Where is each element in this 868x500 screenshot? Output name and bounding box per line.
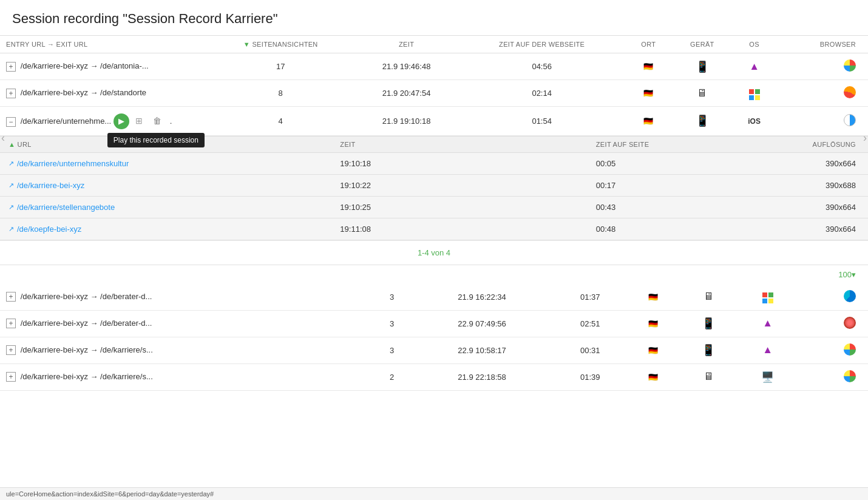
col-zeit[interactable]: ZEIT (354, 36, 458, 53)
browser-cell (797, 284, 868, 311)
os-cell: 🖥️ (739, 363, 797, 390)
entry-exit-url: /de/karriere-bei-xyz → /de/karriere/s... (21, 372, 153, 381)
sub-url-link[interactable]: ↗ /de/koepfe-bei-xyz (8, 225, 210, 234)
scroll-left-arrow[interactable]: ‹ (1, 132, 5, 144)
seitenansichten-cell: 3 (373, 284, 412, 311)
geraet-cell: 📱 (679, 337, 738, 363)
sub-url-cell: ↗ /de/koepfe-bei-xyz (0, 218, 219, 240)
sub-url-cell: ↗ /de/karriere-bei-xyz (0, 174, 219, 196)
entry-exit-url: /de/karriere-bei-xyz → /de/standorte (21, 88, 146, 97)
ort-cell: 🇩🇪 (628, 363, 679, 390)
col-entry-exit[interactable]: ENTRY URL → EXIT URL (0, 36, 206, 53)
table-row: + /de/karriere-bei-xyz → /de/antonia-...… (0, 53, 868, 80)
row-expander[interactable]: + (6, 319, 16, 328)
zeit-cell: 22.9 10:58:17 (411, 337, 552, 363)
flag-icon: 🇩🇪 (643, 62, 653, 71)
entry-exit-url: /de/karriere-bei-xyz → /de/karriere/s... (21, 345, 153, 354)
sub-zeit-cell: 19:10:25 (219, 196, 474, 218)
scroll-right-arrow[interactable]: › (863, 132, 867, 144)
row-expander[interactable]: + (6, 372, 16, 382)
row-expander[interactable]: + (6, 345, 16, 355)
pagination-text: 1-4 von 4 (418, 248, 450, 257)
ort-cell: 🇩🇪 (628, 310, 679, 337)
entry-exit-cell: + /de/karriere-bei-xyz → /de/karriere/s.… (0, 337, 373, 363)
flag-icon: 🇩🇪 (643, 89, 653, 98)
sub-col-zeit[interactable]: ZEIT (219, 136, 474, 152)
browser-cell (775, 53, 868, 80)
table-row: + /de/karriere-bei-xyz → /de/standorte 8… (0, 80, 868, 107)
entry-exit-cell: + /de/karriere-bei-xyz → /de/antonia-... (0, 53, 206, 80)
opera-icon (844, 317, 856, 329)
sub-url-link[interactable]: ↗ /de/karriere/unternehmenskultur (8, 159, 210, 168)
table-row: − /de/karriere/unternehme... ▶ Play this… (0, 107, 868, 136)
sub-url-link[interactable]: ↗ /de/karriere/stellenangebote (8, 203, 210, 212)
row-expander[interactable]: + (6, 62, 16, 72)
sub-table-row: ↗ /de/karriere-bei-xyz 19:10:22 00:17 39… (0, 174, 868, 196)
table-row: + /de/karriere-bei-xyz → /de/berater-d..… (0, 284, 868, 311)
sub-col-aufloesung[interactable]: AUFLÖSUNG (766, 136, 868, 152)
play-session-button[interactable]: ▶ Play this recorded session (114, 113, 129, 129)
page-title: Session recording "Session Record Karrie… (0, 0, 868, 35)
flag-icon: 🇩🇪 (648, 373, 658, 382)
os-cell: iOS (733, 107, 776, 136)
row-expander[interactable]: + (6, 89, 16, 98)
zeit-webseite-cell: 01:37 (553, 284, 628, 311)
windows-icon (749, 87, 760, 96)
zeit-cell: 21.9 19:10:18 (354, 107, 458, 136)
zeit-webseite-cell: 02:14 (458, 80, 626, 107)
per-page-label[interactable]: 100▾ (838, 270, 856, 279)
copy-session-button[interactable]: ⊞ (131, 113, 147, 129)
delete-session-button[interactable]: 🗑 (149, 113, 165, 129)
zeit-webseite-cell: 04:56 (458, 53, 626, 80)
col-geraet[interactable]: GERÄT (671, 36, 733, 53)
chrome-icon (844, 343, 856, 356)
col-browser[interactable]: BROWSER (775, 36, 868, 53)
bottom-session-table: + /de/karriere-bei-xyz → /de/berater-d..… (0, 284, 868, 391)
zeit-cell: 21.9 20:47:54 (354, 80, 458, 107)
browser-cell (775, 107, 868, 136)
entry-exit-cell: − /de/karriere/unternehme... ▶ Play this… (0, 107, 206, 136)
external-link-icon: ↗ (8, 225, 14, 233)
sub-aufloesung-cell: 390x664 (766, 152, 868, 174)
ort-cell: 🇩🇪 (628, 337, 679, 363)
seitenansichten-cell: 3 (373, 310, 412, 337)
per-page-selector[interactable]: 100▾ (0, 265, 868, 284)
sub-table-row: ↗ /de/karriere/unternehmenskultur 19:10:… (0, 152, 868, 174)
chrome-icon (844, 59, 856, 72)
col-seitenansichten[interactable]: ▼ SEITENANSICHTEN (206, 36, 354, 53)
desktop-icon: 🖥 (704, 371, 714, 382)
desktop-icon: 🖥 (704, 291, 714, 302)
seitenansichten-cell: 17 (206, 53, 354, 80)
separator-dot: . (170, 117, 172, 126)
zeit-cell: 22.9 07:49:56 (411, 310, 552, 337)
col-os[interactable]: OS (733, 36, 776, 53)
entry-exit-url: /de/karriere-bei-xyz → /de/berater-d... (21, 319, 152, 328)
zeit-webseite-cell: 01:54 (458, 107, 626, 136)
external-link-icon: ↗ (8, 181, 14, 189)
main-table-container: ‹ ENTRY URL → EXIT URL ▼ SEITENANSICHTEN… (0, 35, 868, 241)
sub-header-row: ▲ URL ZEIT ZEIT AUF SEITE AUFLÖSUNG (0, 136, 868, 152)
sub-zeit-cell: 19:10:18 (219, 152, 474, 174)
sub-col-url[interactable]: ▲ URL (0, 136, 219, 152)
sub-table-body: ↗ /de/karriere/unternehmenskultur 19:10:… (0, 152, 868, 240)
col-zeit-webseite[interactable]: ZEIT AUF DER WEBSEITE (458, 36, 626, 53)
col-ort[interactable]: ORT (626, 36, 671, 53)
ort-cell: 🇩🇪 (626, 80, 671, 107)
os-cell (739, 284, 797, 311)
external-link-icon: ↗ (8, 203, 14, 211)
sub-url-link[interactable]: ↗ /de/karriere-bei-xyz (8, 181, 210, 190)
sub-col-zeit-seite[interactable]: ZEIT AUF SEITE (475, 136, 766, 152)
main-table-body: + /de/karriere-bei-xyz → /de/antonia-...… (0, 53, 868, 241)
os-cell (733, 80, 776, 107)
table-row: + /de/karriere-bei-xyz → /de/karriere/s.… (0, 363, 868, 390)
geraet-cell: 🖥 (679, 284, 738, 311)
sub-zeit-seite-cell: 00:05 (475, 152, 766, 174)
os-cell: ▲ (739, 337, 797, 363)
sub-zeit-cell: 19:11:08 (219, 218, 474, 240)
row-expander[interactable]: + (6, 292, 16, 302)
sub-aufloesung-cell: 390x664 (766, 218, 868, 240)
row-expander[interactable]: − (6, 117, 16, 127)
mobile-icon: 📱 (702, 317, 715, 329)
browser-cell (797, 310, 868, 337)
browser-cell (775, 80, 868, 107)
